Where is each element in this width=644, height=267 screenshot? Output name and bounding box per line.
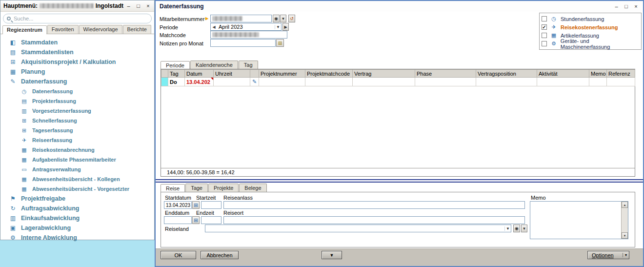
maximize-icon[interactable]: □ [623, 3, 629, 9]
sidebar-item-aufgabenliste-phasenmitarbeiter[interactable]: ▦Aufgabenliste Phasenmitarbeiter [0, 155, 154, 164]
sidebar-item-datenerfassung[interactable]: ✎Datenerfassung [0, 77, 154, 86]
sidebar-item-datenerfassung-sub[interactable]: ◷Datenerfassung [0, 86, 154, 96]
grid-cell[interactable] [415, 78, 476, 86]
artikelerfassung-checkbox[interactable] [542, 33, 547, 38]
datum-cell[interactable]: 13.04.202 [185, 78, 214, 86]
choose-from-list-icon[interactable]: ◉ [273, 15, 280, 22]
enddatum-input[interactable] [164, 216, 192, 224]
startzeit-input[interactable] [201, 201, 221, 209]
sidebar-item-interne-abwicklung[interactable]: ⚙Interne Abwicklung [0, 233, 154, 243]
uhrzeit-cell[interactable] [214, 78, 250, 86]
sidebar-item-akquisitionsprojekt[interactable]: ⊞Akquisitionsprojekt / Kalkulation [0, 57, 154, 67]
sidebar-item-einkaufsabwicklung[interactable]: ▥Einkaufsabwicklung [0, 213, 154, 223]
grid-cell[interactable] [476, 78, 537, 86]
airplane-icon: ✈ [20, 137, 28, 144]
grid-cell[interactable] [305, 78, 353, 86]
reiseort-input[interactable] [223, 216, 525, 224]
cancel-button[interactable]: Abbrechen [201, 251, 239, 259]
sidebar-item-lagerabwicklung[interactable]: ▣Lagerabwicklung [0, 223, 154, 233]
window-title-prefix: Hauptmenü: [3, 2, 38, 9]
tree-item-label: Abwesenheitsübersicht - Kollegen [32, 176, 120, 182]
sidebar-item-schnellerfassung[interactable]: ⊞Schnellerfassung [0, 116, 154, 125]
options-button[interactable]: Optionen ▾ [587, 251, 629, 259]
reiseland-extra-dropdown-icon[interactable]: ▼ [521, 225, 527, 232]
sidebar-item-auftragsabwicklung[interactable]: ↻Auftragsabwicklung [0, 204, 154, 213]
close-icon[interactable]: × [633, 3, 639, 9]
grid-cell[interactable] [589, 78, 607, 86]
reiseanlass-input[interactable] [223, 201, 525, 209]
sidebar-item-tageserfassung[interactable]: ⊞Tageserfassung [0, 125, 154, 135]
splitter[interactable] [156, 179, 643, 183]
pencil-icon[interactable]: ✎ [250, 78, 259, 86]
memo-scrollbar[interactable]: ▴ ▾ [621, 202, 628, 239]
tab-kalenderwoche[interactable]: Kalenderwoche [190, 61, 238, 69]
link-arrow-icon[interactable]: ► [204, 16, 209, 21]
tab-berichte[interactable]: Berichte [123, 25, 151, 34]
row-selector-cell[interactable] [161, 78, 168, 86]
sidebar-item-projektfreigabe[interactable]: ⚑Projektfreigabe [0, 194, 154, 204]
previous-month-icon[interactable]: ◀ [211, 25, 217, 29]
tab-projekte[interactable]: Projekte [208, 184, 239, 192]
scroll-up-icon[interactable]: ▴ [622, 202, 628, 208]
col-selector [161, 70, 168, 78]
search-input[interactable]: Suche... [3, 14, 152, 23]
tab-tag[interactable]: Tag [239, 61, 258, 69]
tab-favoriten[interactable]: Favoriten [47, 25, 79, 34]
mitarbeiternummer-label: Mitarbeiternummer [160, 16, 204, 22]
notizen-input[interactable] [210, 39, 276, 47]
grid-cell[interactable] [537, 78, 589, 86]
refresh-icon[interactable]: ↺ [288, 15, 295, 22]
sidebar-item-reisekostenabrechnung[interactable]: ▦Reisekostenabrechnung [0, 145, 154, 155]
notizen-label: Notizen pro Monat [160, 41, 203, 46]
mitarbeiternummer-input[interactable] [210, 15, 272, 22]
grid-cell[interactable] [259, 78, 305, 86]
datenerfassung-window: Datenerfassung – □ × Mitarbeiternummer ►… [155, 0, 644, 267]
sidebar-item-antragsverwaltung[interactable]: ▭Antragsverwaltung [0, 164, 154, 174]
periode-combobox[interactable]: ◀ April 2023 ▼ [210, 23, 282, 31]
enddatum-calendar-icon[interactable]: ⊞ [192, 216, 200, 224]
tab-wiedervorlage[interactable]: Wiedervorlage [79, 25, 122, 34]
minimize-icon[interactable]: – [125, 3, 132, 9]
ok-button[interactable]: OK [161, 251, 196, 259]
sidebar-item-reiseerfassung[interactable]: ✈Reiseerfassung [0, 135, 154, 145]
next-month-icon[interactable]: ▶ [282, 23, 289, 31]
reiseland-dropdown-icon[interactable]: ▼ [504, 226, 511, 231]
close-icon[interactable]: × [145, 3, 151, 9]
note-icon[interactable]: ▤ [276, 39, 284, 47]
scroll-down-icon[interactable]: ▾ [622, 232, 628, 239]
periode-dropdown-icon[interactable]: ▼ [275, 25, 281, 29]
col-icon [250, 70, 259, 78]
sidebar-item-vorgesetztenerfassung[interactable]: ▥Vorgesetztenerfassung [0, 106, 154, 116]
tab-belege[interactable]: Belege [239, 184, 266, 192]
reisekostenerfassung-label: Reisekostenerfassung [561, 24, 618, 30]
sidebar-item-planung[interactable]: ▦Planung [0, 67, 154, 77]
grid-cell[interactable] [353, 78, 415, 86]
reiseland-combobox[interactable]: ▼ [205, 225, 511, 232]
sidebar-item-stammdatenlisten[interactable]: ▤Stammdatenlisten [0, 47, 154, 57]
stundenerfassung-checkbox[interactable] [542, 16, 547, 21]
tab-tage[interactable]: Tage [185, 184, 208, 192]
reiseland-choose-from-list-icon[interactable]: ◉ [513, 225, 520, 232]
task-table-icon: ▦ [20, 157, 28, 163]
employee-dropdown-icon[interactable]: ▼ [280, 15, 286, 22]
options-dropdown-icon[interactable]: ▾ [623, 253, 627, 257]
endzeit-input[interactable] [201, 216, 221, 224]
matchcode-input[interactable] [210, 31, 287, 39]
expand-panel-button[interactable]: ▼ [322, 251, 342, 259]
minimize-icon[interactable]: – [613, 3, 620, 9]
tag-cell[interactable]: Do [168, 78, 185, 86]
sidebar-item-abwesenheit-kollegen[interactable]: ▦Abwesenheitsübersicht - Kollegen [0, 174, 154, 184]
sidebar-item-stammdaten[interactable]: ◧Stammdaten [0, 38, 154, 47]
maximize-icon[interactable]: □ [135, 3, 141, 9]
tab-regiezentrum[interactable]: Regiezentrum [2, 25, 47, 34]
sidebar-item-projekterfassung[interactable]: ▤Projekterfassung [0, 96, 154, 106]
options-label: Optionen [592, 252, 614, 258]
reisekostenerfassung-checkbox[interactable]: ✓ [542, 24, 547, 30]
startdatum-calendar-icon[interactable]: ⊞ [192, 201, 200, 209]
sidebar-item-abwesenheit-vorgesetzter[interactable]: ▦Abwesenheitsübersicht - Vorgesetzter [0, 184, 154, 194]
tree-item-label: Datenerfassung [21, 78, 67, 85]
geraete-checkbox[interactable] [542, 41, 547, 46]
memo-textarea[interactable]: ▴ ▾ [530, 201, 628, 239]
startdatum-input[interactable]: 13.04.2023 [164, 201, 192, 209]
grid-cell[interactable] [607, 78, 635, 86]
